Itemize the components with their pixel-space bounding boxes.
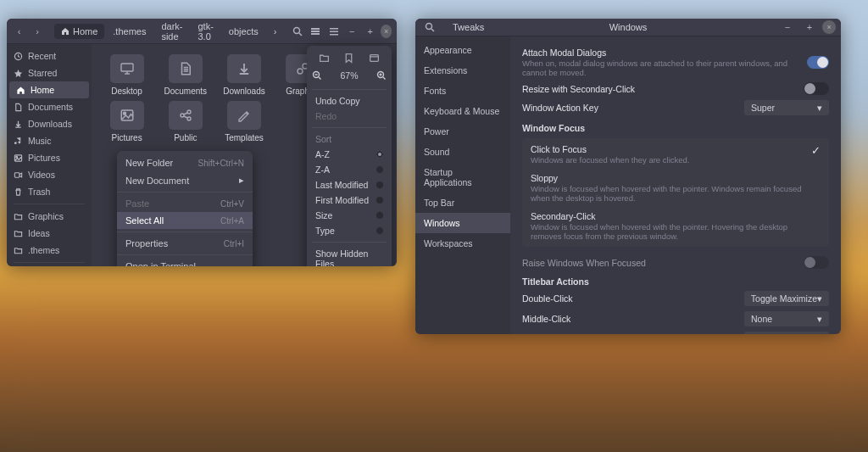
tweaks-sidebar-power[interactable]: Power: [415, 121, 510, 142]
undo-item[interactable]: Undo Copy: [312, 93, 387, 109]
svg-point-16: [123, 112, 125, 114]
zoom-out-icon[interactable]: [312, 70, 322, 81]
folder-public[interactable]: Public: [157, 101, 214, 142]
zoom-in-icon[interactable]: [376, 70, 387, 81]
folder-documents[interactable]: Documents: [157, 54, 214, 96]
down-icon: [227, 54, 261, 83]
search-icon[interactable]: [290, 23, 304, 40]
sidebar-item-label: Ideas: [28, 228, 50, 238]
window-action-key-combo[interactable]: Super ▾: [744, 100, 829, 115]
tweaks-sidebar-workspaces[interactable]: Workspaces: [415, 233, 510, 254]
hamburger-menu-icon[interactable]: [326, 23, 341, 40]
maximize-button[interactable]: +: [363, 23, 377, 40]
sidebar-item-starred[interactable]: Starred: [7, 64, 92, 81]
svg-rect-4: [311, 33, 320, 35]
chevron-down-icon: ▾: [817, 314, 822, 324]
tweaks-sidebar-sound[interactable]: Sound: [415, 142, 510, 162]
redo-item[interactable]: Redo: [312, 109, 387, 124]
maximize-button[interactable]: +: [800, 19, 819, 36]
view-toggle-icon[interactable]: [309, 23, 323, 40]
menu-select-all[interactable]: Select AllCtrl+A: [117, 212, 253, 229]
breadcrumb-segment[interactable]: gtk-3.0: [191, 19, 220, 44]
sidebar-item-graphics[interactable]: Graphics: [7, 208, 92, 225]
doc-icon: [14, 103, 23, 112]
minimize-button[interactable]: −: [345, 23, 359, 40]
sidebar-item-recent[interactable]: Recent: [7, 47, 92, 64]
tweaks-sidebar-top-bar[interactable]: Top Bar: [415, 193, 510, 213]
sidebar-item-label: Starred: [28, 68, 57, 78]
folder-icon: [14, 246, 23, 255]
sort-a-z[interactable]: A-Z: [312, 147, 387, 162]
folder-templates[interactable]: Templates: [215, 101, 272, 142]
breadcrumb-segment[interactable]: Home: [54, 24, 104, 39]
sort-last-modified[interactable]: Last Modified: [312, 177, 387, 193]
zoom-value: 67%: [340, 70, 358, 81]
context-menu: New FolderShift+Ctrl+NNew Document▸Paste…: [117, 151, 253, 266]
breadcrumb-segment[interactable]: dark-side: [154, 19, 189, 44]
new-tab-icon[interactable]: [369, 53, 380, 64]
tweaks-sidebar-extensions[interactable]: Extensions: [415, 60, 510, 81]
sidebar-item-label: Pictures: [28, 153, 60, 163]
folder-desktop[interactable]: Desktop: [98, 54, 155, 96]
sort-z-a[interactable]: Z-A: [312, 162, 387, 177]
pic-icon: [110, 101, 144, 130]
menu-properties[interactable]: PropertiesCtrl+I: [117, 235, 253, 252]
attach-modal-title: Attach Modal Dialogs: [522, 47, 807, 58]
hidden-item[interactable]: Show Hidden Files: [312, 246, 387, 266]
sort-type[interactable]: Type: [312, 223, 387, 238]
forward-button[interactable]: ›: [30, 23, 44, 40]
double-click-combo[interactable]: Toggle Maximize▾: [744, 291, 829, 306]
tweaks-sidebar-startup-applications[interactable]: Startup Applications: [415, 162, 510, 193]
sidebar-item-documents[interactable]: Documents: [7, 98, 92, 115]
menu-new-folder[interactable]: New FolderShift+Ctrl+N: [117, 154, 253, 171]
back-button[interactable]: ‹: [12, 23, 26, 40]
sidebar-item-label: Videos: [28, 170, 55, 180]
radio-icon: [376, 197, 383, 204]
minimize-button[interactable]: −: [778, 19, 797, 36]
sidebar-item-videos[interactable]: Videos: [7, 166, 92, 183]
sidebar-item-ideas[interactable]: Ideas: [7, 225, 92, 242]
tweaks-sidebar-keyboard-mouse[interactable]: Keyboard & Mouse: [415, 101, 510, 121]
focus-option-click-to-focus[interactable]: Click to FocusWindows are focused when t…: [522, 140, 829, 169]
resize-secondary-toggle[interactable]: [804, 82, 829, 95]
sidebar-item-label: Graphics: [28, 211, 64, 221]
sort-size[interactable]: Size: [312, 208, 387, 223]
tweaks-sidebar-fonts[interactable]: Fonts: [415, 81, 510, 101]
sidebar-item-trash[interactable]: Trash: [7, 183, 92, 200]
close-button[interactable]: ×: [822, 20, 836, 34]
svg-rect-6: [330, 31, 338, 32]
middle-click-combo[interactable]: None▾: [744, 311, 829, 326]
new-folder-icon[interactable]: [319, 53, 330, 64]
sidebar-item-music[interactable]: Music: [7, 132, 92, 149]
raise-windows-toggle[interactable]: [804, 256, 829, 269]
folder-downloads[interactable]: Downloads: [215, 54, 272, 96]
menu-open-in-terminal[interactable]: Open in Terminal: [117, 258, 253, 266]
sort-first-modified[interactable]: First Modified: [312, 193, 387, 208]
svg-point-19: [187, 117, 191, 120]
focus-desc: Window is focused when hovered with the …: [531, 222, 821, 241]
breadcrumb-segment[interactable]: .themes: [106, 24, 153, 39]
bookmark-icon[interactable]: [343, 53, 354, 64]
focus-option-secondary-click[interactable]: Secondary-ClickWindow is focused when ho…: [522, 207, 829, 245]
view-dropdown: 67% Undo Copy Redo SortA-ZZ-ALast Modifi…: [307, 46, 392, 266]
folder-pictures[interactable]: Pictures: [98, 101, 155, 142]
tweaks-sidebar-appearance[interactable]: Appearance: [415, 40, 510, 60]
sidebar-item-downloads[interactable]: Downloads: [7, 115, 92, 132]
sidebar-item-home[interactable]: Home: [9, 81, 89, 98]
share-icon: [169, 101, 203, 130]
doc-icon: [169, 54, 203, 83]
folder-label: Public: [174, 133, 197, 142]
breadcrumb-segment[interactable]: objects: [222, 24, 265, 39]
menu-new-document[interactable]: New Document▸: [117, 171, 253, 189]
sidebar-item--themes[interactable]: .themes: [7, 242, 92, 259]
focus-option-sloppy[interactable]: SloppyWindow is focused when hovered wit…: [522, 169, 829, 207]
search-icon[interactable]: [420, 19, 439, 36]
secondary-click-combo[interactable]: Menu▾: [744, 332, 829, 334]
attach-modal-toggle[interactable]: [807, 56, 829, 69]
check-icon: ✓: [811, 144, 821, 157]
close-button[interactable]: ×: [381, 25, 392, 38]
svg-line-29: [431, 29, 434, 31]
folder-label: Documents: [164, 86, 208, 96]
tweaks-sidebar-windows[interactable]: Windows: [415, 213, 510, 233]
sidebar-item-pictures[interactable]: Pictures: [7, 149, 92, 166]
